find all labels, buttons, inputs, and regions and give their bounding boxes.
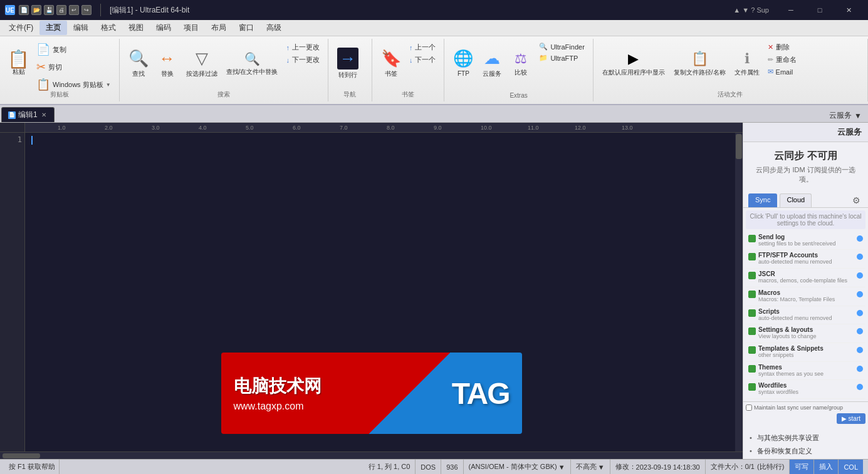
cloud-item-themes-text: Themes syntax themes as you see xyxy=(758,364,854,378)
maximize-button[interactable]: □ xyxy=(805,0,834,20)
windows-clipboard-button[interactable]: 📋 Windows 剪贴板 ▼ xyxy=(33,76,114,93)
rename-icon: ✏ xyxy=(768,56,773,64)
cloud-item-wordfiles[interactable]: Wordfiles syntax wordfiles xyxy=(746,380,865,399)
cloud-item-themes[interactable]: Themes syntax themes as you see xyxy=(746,362,865,381)
cloud-footer: Maintain last sync user name/group ▶ sta… xyxy=(743,401,868,426)
editor-area[interactable]: 1.0 2.0 3.0 4.0 5.0 6.0 7.0 8.0 9.0 10.0… xyxy=(0,123,743,459)
watermark-overlay: 电脑技术网 www.tagxp.com TAG xyxy=(221,353,522,434)
scrollbar-thumb-h[interactable] xyxy=(3,453,40,458)
check-wordfiles[interactable] xyxy=(748,383,756,391)
undo-button[interactable]: ↩ xyxy=(69,5,79,15)
print-button[interactable]: 🖨 xyxy=(56,5,66,15)
cloud-item-ftp[interactable]: FTP/SFTP Accounts auto-detected menu rem… xyxy=(746,250,865,269)
copy-button[interactable]: 📄 复制 xyxy=(33,41,114,58)
prev-bookmark-button[interactable]: ↑ 上一个 xyxy=(406,41,439,53)
watermark-url: www.tagxp.com xyxy=(234,401,322,412)
status-insert[interactable]: 插入 xyxy=(814,460,839,474)
cloud-item-settings-text: Settings & layouts View layouts to chang… xyxy=(758,326,854,341)
paste-button[interactable]: 📋 粘贴 xyxy=(5,41,32,85)
menu-encode[interactable]: 编码 xyxy=(150,21,177,35)
scrollbar-right[interactable] xyxy=(735,133,743,451)
find-in-files-button[interactable]: 🔍 查找/在文件中替换 xyxy=(222,41,282,85)
close-button[interactable]: ✕ xyxy=(834,0,863,20)
save-button[interactable]: 💾 xyxy=(44,5,54,15)
cloud-item-settings-dot xyxy=(857,328,863,334)
check-sendlog[interactable] xyxy=(748,235,756,242)
cloud-service-label: 云服务 xyxy=(829,110,852,121)
cloud-tab-sync[interactable]: Sync xyxy=(748,193,777,207)
filter-button[interactable]: ▽ 按选择过滤 xyxy=(182,41,221,85)
filter-icon: ▽ xyxy=(196,49,208,68)
check-templates[interactable] xyxy=(748,346,756,354)
open-in-app-button[interactable]: ▶ 在默认应用程序中显示 xyxy=(599,41,669,85)
nav-group-label: 导航 xyxy=(343,90,356,99)
ruler-mark-9: 9.0 xyxy=(432,125,479,131)
next-result-button[interactable]: ↓ 下一更改 xyxy=(283,54,323,66)
email-button[interactable]: ✉ Email xyxy=(765,66,800,77)
tab-editor1-close[interactable]: ✕ xyxy=(40,111,48,119)
goto-line-button[interactable]: → 转到行 xyxy=(333,41,362,85)
next-bookmark-button[interactable]: ↓ 下一个 xyxy=(406,54,439,66)
menu-project[interactable]: 项目 xyxy=(177,21,205,35)
status-modify-date: 2023-09-19 14:18:30 xyxy=(636,463,700,471)
gear-icon[interactable]: ⚙ xyxy=(849,193,863,207)
status-encoding-arrow[interactable]: ▼ xyxy=(558,463,565,471)
cloud-item-settings[interactable]: Settings & layouts View layouts to chang… xyxy=(746,324,865,343)
check-scripts[interactable] xyxy=(748,309,756,317)
delete-button[interactable]: ✕ 删除 xyxy=(765,41,800,53)
tab-bar-right: 云服务 ▼ xyxy=(824,109,867,122)
cloud-item-scripts[interactable]: Scripts auto-detected menu removed xyxy=(746,306,865,325)
windows-clipboard-label: Windows 剪贴板 xyxy=(53,80,103,90)
check-jscr[interactable] xyxy=(748,272,756,279)
maintain-sync-input[interactable] xyxy=(746,404,752,411)
minimize-button[interactable]: ─ xyxy=(776,0,805,20)
menu-advanced[interactable]: 高级 xyxy=(260,21,288,35)
menu-file[interactable]: 文件(F) xyxy=(3,21,39,35)
email-label: Email xyxy=(776,68,793,76)
ultrafinder-button[interactable]: 🔍 UltraFinder xyxy=(536,41,587,52)
cloud-item-jscr[interactable]: JSCR macros, demos, code-template files xyxy=(746,269,865,287)
menu-edit[interactable]: 编辑 xyxy=(67,21,95,35)
status-highlight-arrow[interactable]: ▼ xyxy=(598,463,605,471)
status-writable[interactable]: 可写 xyxy=(790,460,814,474)
maintain-sync-checkbox[interactable]: Maintain last sync user name/group xyxy=(746,404,865,411)
menu-layout[interactable]: 布局 xyxy=(205,21,233,35)
find-button[interactable]: 🔍 查找 xyxy=(125,41,152,85)
cloud-dropdown-arrow[interactable]: ▼ xyxy=(854,111,862,120)
start-button[interactable]: ▶ start xyxy=(837,413,865,424)
cut-button[interactable]: ✂ 剪切 xyxy=(33,59,114,75)
ribbon-nav-content: → 转到行 xyxy=(333,41,362,89)
cloud-item-macros[interactable]: Macros Macros: Macro, Template Files xyxy=(746,287,865,306)
replace-button[interactable]: ↔ 替换 xyxy=(154,41,181,85)
ftp-button[interactable]: 🌐 FTP xyxy=(449,41,477,85)
redo-button[interactable]: ↪ xyxy=(81,5,92,15)
scrollbar-thumb-v[interactable] xyxy=(736,134,742,159)
status-col[interactable]: COL xyxy=(839,460,863,474)
file-props-button[interactable]: ℹ 文件属性 xyxy=(731,41,763,85)
check-macros[interactable] xyxy=(748,291,756,298)
cloud-item-sendlog-dot xyxy=(857,235,863,242)
check-themes[interactable] xyxy=(748,365,756,373)
menu-home[interactable]: 主页 xyxy=(39,21,67,35)
rename-button[interactable]: ✏ 重命名 xyxy=(765,54,800,66)
ribbon-group-search: 🔍 查找 ↔ 替换 ▽ 按选择过滤 🔍 查找/在文件中替换 ↑ xyxy=(120,39,328,101)
cloud-item-sendlog[interactable]: Send log setting files to be sent/receiv… xyxy=(746,232,865,250)
check-ftp[interactable] xyxy=(748,253,756,260)
new-button[interactable]: 📄 xyxy=(19,5,29,15)
scrollbar-bottom[interactable] xyxy=(0,451,743,459)
open-button[interactable]: 📂 xyxy=(31,5,41,15)
check-settings[interactable] xyxy=(748,327,756,335)
cloud-button[interactable]: ☁ 云服务 xyxy=(478,41,506,85)
tab-editor1[interactable]: 📄 编辑1 ✕ xyxy=(1,107,55,122)
menu-window[interactable]: 窗口 xyxy=(233,21,260,35)
prev-result-button[interactable]: ↑ 上一更改 xyxy=(283,41,323,53)
cloud-tab-cloud[interactable]: Cloud xyxy=(780,193,812,207)
ultraftp-button[interactable]: 📁 UltraFTP xyxy=(536,53,587,63)
bookmark-button[interactable]: 🔖 书签 xyxy=(377,41,405,85)
menu-format[interactable]: 格式 xyxy=(95,21,122,35)
find-in-files-icon: 🔍 xyxy=(244,51,260,66)
copy-path-button[interactable]: 📋 复制文件路径/名称 xyxy=(670,41,729,85)
menu-view[interactable]: 视图 xyxy=(122,21,150,35)
cloud-item-templates[interactable]: Templates & Snippets other snippets xyxy=(746,343,865,362)
compare-button[interactable]: ⚖ 比较 xyxy=(507,41,535,85)
